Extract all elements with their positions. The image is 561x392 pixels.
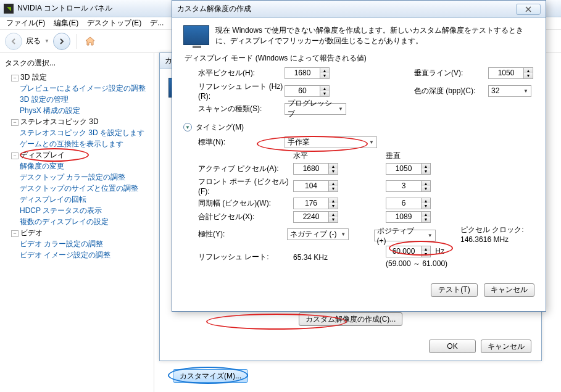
create-resolution-dialog: カスタム解像度の作成 現在 Windows で使用できない解像度を作成します。新… bbox=[172, 0, 546, 312]
active-v-spinner[interactable]: ▲▼ bbox=[386, 163, 431, 175]
h-pixel-spinner[interactable]: ▲▼ bbox=[285, 67, 330, 79]
scan-type-label: スキャンの種類(S): bbox=[198, 104, 285, 114]
monitor-icon bbox=[183, 25, 209, 45]
tree-desktop-size[interactable]: デスクトップのサイズと位置の調整 bbox=[20, 183, 151, 194]
tree-stereo-3d[interactable]: ステレオスコピック 3D bbox=[20, 117, 99, 126]
bpp-label: 色の深度 (bpp)(C): bbox=[414, 86, 488, 96]
chevron-down-icon: ▼ bbox=[335, 106, 343, 112]
refresh-range: (59.000 ～ 61.000) bbox=[386, 259, 478, 269]
refresh-rate-row-label: リフレッシュ レート: bbox=[198, 252, 293, 262]
h-pixel-input[interactable] bbox=[285, 68, 320, 78]
menu-file[interactable]: ファイル(F) bbox=[2, 17, 49, 30]
tree-physx[interactable]: PhysX 構成の設定 bbox=[20, 106, 151, 116]
tree-toggle[interactable]: − bbox=[11, 152, 19, 159]
pixel-clock-label: ピクセル クロック: bbox=[460, 225, 534, 235]
chevron-down-icon: ▼ bbox=[520, 88, 528, 94]
sidebar-header: タスクの選択... bbox=[5, 58, 149, 69]
back-dropdown-icon[interactable]: ▼ bbox=[44, 38, 49, 44]
forward-button[interactable] bbox=[53, 33, 70, 50]
v-line-spinner[interactable]: ▲▼ bbox=[488, 67, 533, 79]
total-pixel-label: 合計ピクセル(X): bbox=[198, 212, 293, 222]
standard-value: 手作業 bbox=[288, 137, 310, 148]
sync-v-spinner[interactable]: ▲▼ bbox=[386, 198, 431, 209]
chevron-down-icon: ▼ bbox=[424, 233, 433, 238]
cancel-button[interactable]: キャンセル bbox=[484, 283, 534, 297]
front-porch-label: フロント ポーチ (ピクセル)(F): bbox=[198, 177, 293, 196]
nvidia-icon: ◥ bbox=[4, 4, 14, 14]
dialog-titlebar[interactable]: カスタム解像度の作成 bbox=[172, 1, 546, 18]
sync-width-label: 同期幅 (ピクセル)(W): bbox=[198, 198, 293, 209]
v-line-input[interactable] bbox=[489, 68, 523, 78]
task-sidebar: タスクの選択... −3D 設定 プレビューによるイメージ設定の調整 3D 設定… bbox=[0, 53, 154, 392]
tree-video[interactable]: ビデオ bbox=[20, 228, 43, 237]
tree-preview-image-settings[interactable]: プレビューによるイメージ設定の調整 bbox=[20, 83, 151, 94]
hz-unit: Hz bbox=[435, 247, 444, 256]
v-line-label: 垂直ライン(V): bbox=[414, 68, 488, 78]
menu-display-trunc[interactable]: デ... bbox=[146, 17, 167, 30]
tree-manage-3d[interactable]: 3D 設定の管理 bbox=[20, 94, 151, 105]
horizontal-header: 水平 bbox=[293, 151, 386, 161]
tree-3d-settings[interactable]: 3D 設定 bbox=[20, 73, 47, 81]
tree-desktop-color[interactable]: デスクトップ カラー設定の調整 bbox=[20, 172, 151, 183]
fporch-h-spinner[interactable]: ▲▼ bbox=[293, 180, 338, 192]
tree-multi-display[interactable]: 複数のディスプレイの設定 bbox=[20, 217, 151, 227]
total-v-spinner[interactable]: ▲▼ bbox=[386, 211, 431, 223]
ok-button[interactable]: OK bbox=[429, 340, 476, 353]
close-button[interactable] bbox=[516, 4, 541, 15]
tree-rotate-display[interactable]: ディスプレイの回転 bbox=[20, 194, 151, 205]
total-h-spinner[interactable]: ▲▼ bbox=[293, 211, 338, 223]
active-h-spinner[interactable]: ▲▼ bbox=[293, 163, 338, 175]
refresh-rate-input[interactable] bbox=[285, 86, 320, 96]
chevron-down-icon: ▼ bbox=[365, 140, 374, 145]
sync-h-spinner[interactable]: ▲▼ bbox=[293, 198, 338, 209]
create-custom-resolution-button[interactable]: カスタム解像度の作成(C)... bbox=[299, 312, 403, 326]
standard-select[interactable]: 手作業▼ bbox=[285, 136, 377, 148]
bpp-value: 32 bbox=[491, 86, 499, 95]
tree-toggle[interactable]: − bbox=[11, 119, 19, 126]
tree-toggle[interactable]: − bbox=[11, 75, 19, 81]
close-icon bbox=[525, 6, 531, 12]
tree-game-compat[interactable]: ゲームとの互換性を表示します bbox=[20, 139, 151, 149]
tree-video-color[interactable]: ビデオ カラー設定の調整 bbox=[20, 239, 151, 249]
dialog-title-text: カスタム解像度の作成 bbox=[177, 4, 251, 14]
polarity-h-select[interactable]: ネガティブ (-)▼ bbox=[287, 228, 349, 240]
h-pixel-label: 水平ピクセル(H): bbox=[198, 68, 285, 78]
bpp-select[interactable]: 32▼ bbox=[488, 85, 531, 97]
active-pixel-label: アクティブ ピクセル(A): bbox=[198, 164, 293, 174]
chevron-down-icon: ▼ bbox=[337, 231, 346, 237]
collapse-timing-icon[interactable]: ▼ bbox=[183, 123, 192, 131]
separator bbox=[77, 34, 77, 49]
refresh-hz-spinner[interactable]: ▲▼ bbox=[386, 246, 431, 257]
task-tree: −3D 設定 プレビューによるイメージ設定の調整 3D 設定の管理 PhysX … bbox=[2, 72, 151, 261]
test-button[interactable]: テスト(T) bbox=[431, 283, 478, 297]
back-button[interactable] bbox=[5, 33, 22, 50]
tree-toggle[interactable]: − bbox=[11, 230, 19, 237]
display-mode-label: ディスプレイ モード (Windows によって報告される値) bbox=[185, 53, 534, 64]
vertical-header: 垂直 bbox=[386, 151, 478, 161]
scan-type-value: プログレッシブ bbox=[288, 98, 335, 119]
cancel-button[interactable]: キャンセル bbox=[481, 340, 531, 353]
tree-setup-stereo[interactable]: ステレオスコピック 3D を設定します bbox=[20, 128, 151, 138]
menu-edit[interactable]: 編集(E) bbox=[50, 17, 82, 30]
fporch-v-spinner[interactable]: ▲▼ bbox=[386, 180, 431, 192]
polarity-v-select[interactable]: ポジティブ (+)▼ bbox=[374, 230, 436, 241]
back-label: 戻る bbox=[26, 36, 41, 46]
tree-display[interactable]: ディスプレイ bbox=[20, 151, 65, 159]
polarity-label: 極性(Y): bbox=[198, 229, 287, 240]
standard-label: 標準(N): bbox=[198, 137, 285, 148]
scan-type-select[interactable]: プログレッシブ▼ bbox=[285, 103, 346, 115]
intro-text: 現在 Windows で使用できない解像度を作成します。新しいカスタム解像度をテ… bbox=[215, 25, 534, 47]
refresh-khz-value: 65.34 KHz bbox=[293, 253, 328, 262]
timing-label: タイミング(M) bbox=[196, 122, 244, 133]
home-button[interactable] bbox=[83, 35, 97, 48]
refresh-rate-spinner[interactable]: ▲▼ bbox=[285, 85, 330, 97]
refresh-rate-label: リフレッシュ レート (Hz)(R): bbox=[198, 81, 285, 101]
tree-video-image[interactable]: ビデオ イメージ設定の調整 bbox=[20, 250, 151, 261]
menu-desktop[interactable]: デスクトップ(E) bbox=[83, 17, 145, 30]
tree-change-resolution[interactable]: 解像度の変更 bbox=[20, 161, 151, 172]
pixel-clock-value: 146.3616 MHz bbox=[460, 235, 534, 244]
customize-button[interactable]: カスタマイズ(M)... bbox=[173, 369, 248, 383]
tree-hdcp-status[interactable]: HDCP ステータスの表示 bbox=[20, 206, 151, 216]
